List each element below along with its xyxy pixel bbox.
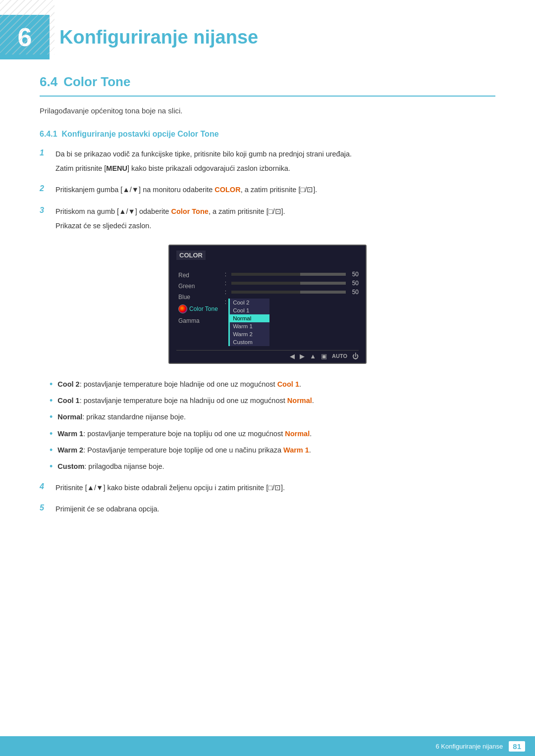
bullet-dot-4: • bbox=[50, 429, 53, 440]
bullet-custom-text: Custom: prilagodba nijanse boje. bbox=[57, 461, 164, 472]
menu-green: Green bbox=[176, 282, 220, 291]
section-number: 6.4 bbox=[40, 74, 57, 90]
bullet-dot-3: • bbox=[50, 412, 53, 423]
slider-blue: : 50 bbox=[225, 289, 359, 296]
option-cool1: Cool 1 bbox=[230, 306, 269, 314]
bullet-dot-2: • bbox=[50, 396, 53, 406]
color-tone-dropdown-row: : Cool 2 Cool 1 Normal Warm 1 Warm 2 Cus… bbox=[225, 299, 359, 346]
option-custom: Custom bbox=[230, 338, 269, 346]
decorative-stripes bbox=[0, 0, 54, 54]
slider-green: : 50 bbox=[225, 280, 359, 287]
section-header: 6.4 Color Tone bbox=[40, 74, 495, 97]
bullet-warm2: • Warm 2: Postavljanje temperature boje … bbox=[50, 445, 495, 456]
icon-left: ◀ bbox=[290, 353, 295, 360]
subsection-title: 6.4.1 Konfiguriranje postavki opcije Col… bbox=[40, 130, 495, 139]
bullet-warm2-text: Warm 2: Postavljanje temperature boje to… bbox=[57, 445, 311, 456]
bullet-dot-6: • bbox=[50, 461, 53, 472]
icon-auto: AUTO bbox=[332, 353, 347, 359]
step-2: 2 Pritiskanjem gumba [▲/▼] na monitoru o… bbox=[40, 184, 495, 199]
step-2-content: Pritiskanjem gumba [▲/▼] na monitoru oda… bbox=[55, 184, 495, 199]
color-tone-icon bbox=[178, 304, 187, 313]
bullet-cool2-text: Cool 2: postavljanje temperature boje hl… bbox=[57, 379, 301, 390]
step-number-1: 1 bbox=[40, 149, 52, 157]
step-number-3: 3 bbox=[40, 206, 52, 215]
bullet-custom: • Custom: prilagodba nijanse boje. bbox=[50, 461, 495, 472]
menu-gamma: Gamma bbox=[176, 316, 220, 325]
color-tone-dropdown: Cool 2 Cool 1 Normal Warm 1 Warm 2 Custo… bbox=[230, 299, 269, 346]
main-content: 6.4 Color Tone Prilagođavanje općenitog … bbox=[0, 74, 535, 564]
option-warm2: Warm 2 bbox=[230, 330, 269, 338]
icon-up: ▲ bbox=[310, 353, 316, 360]
page-header: 6 Konfiguriranje nijanse bbox=[0, 0, 535, 69]
monitor-bottom-bar: ◀ ▶ ▲ ▣ AUTO ⏻ bbox=[176, 350, 359, 360]
intro-text: Prilagođavanje općenitog tona boje na sl… bbox=[40, 106, 495, 115]
step-3-content: Pritiskom na gumb [▲/▼] odaberite Color … bbox=[55, 206, 495, 235]
bullet-dot-1: • bbox=[50, 379, 53, 390]
step-4: 4 Pritisnite [▲/▼] kako biste odabrali ž… bbox=[40, 482, 495, 497]
icon-right: ▶ bbox=[300, 353, 305, 360]
bullet-normal-text: Normal: prikaz standardne nijanse boje. bbox=[57, 411, 186, 423]
monitor-menu: Red Green Blue Color Tone Gamma : 50 bbox=[176, 264, 359, 346]
bullet-dot-5: • bbox=[50, 445, 53, 456]
menu-red: Red bbox=[176, 271, 220, 280]
options-bullet-list: • Cool 2: postavljanje temperature boje … bbox=[50, 379, 495, 472]
menu-right-col: : 50 : 50 : 50 : bbox=[225, 264, 359, 346]
bullet-cool2: • Cool 2: postavljanje temperature boje … bbox=[50, 379, 495, 390]
bullet-warm1-text: Warm 1: postavljanje temperature boje na… bbox=[57, 428, 312, 440]
slider-red: : 50 bbox=[225, 271, 359, 278]
page-footer: 6 Konfiguriranje nijanse 81 bbox=[0, 736, 535, 756]
step-1-content: Da bi se prikazao vodič za funkcijske ti… bbox=[55, 149, 495, 177]
steps-list: 1 Da bi se prikazao vodič za funkcijske … bbox=[40, 149, 495, 235]
option-normal: Normal bbox=[230, 314, 269, 322]
option-warm1: Warm 1 bbox=[230, 322, 269, 330]
menu-color-tone: Color Tone bbox=[176, 303, 220, 314]
bullet-warm1: • Warm 1: postavljanje temperature boje … bbox=[50, 428, 495, 440]
section-title: Color Tone bbox=[63, 74, 130, 90]
step-number-2: 2 bbox=[40, 184, 52, 193]
bullet-cool1: • Cool 1: postavljanje temperature boje … bbox=[50, 395, 495, 406]
footer-page-number: 81 bbox=[509, 741, 525, 752]
option-cool2: Cool 2 bbox=[230, 299, 269, 306]
monitor-header-label: COLOR bbox=[176, 251, 206, 260]
menu-blue: Blue bbox=[176, 293, 220, 302]
steps-cont-list: 4 Pritisnite [▲/▼] kako biste odabrali ž… bbox=[40, 482, 495, 518]
step-4-content: Pritisnite [▲/▼] kako biste odabrali žel… bbox=[55, 482, 495, 497]
step-number-5: 5 bbox=[40, 504, 52, 512]
step-5: 5 Primijenit će se odabrana opcija. bbox=[40, 504, 495, 518]
bullet-normal: • Normal: prikaz standardne nijanse boje… bbox=[50, 411, 495, 423]
chapter-title: Konfiguriranje nijanse bbox=[59, 27, 258, 48]
icon-enter: ▣ bbox=[321, 353, 327, 360]
step-5-content: Primijenit će se odabrana opcija. bbox=[55, 504, 495, 518]
footer-chapter-text: 6 Konfiguriranje nijanse bbox=[435, 743, 503, 750]
icon-power: ⏻ bbox=[352, 353, 359, 360]
step-1: 1 Da bi se prikazao vodič za funkcijske … bbox=[40, 149, 495, 177]
bullet-cool1-text: Cool 1: postavljanje temperature boje na… bbox=[57, 395, 314, 406]
monitor-screenshot: COLOR Red Green Blue Color Tone Gamma : bbox=[168, 245, 367, 364]
menu-left-col: Red Green Blue Color Tone Gamma bbox=[176, 264, 225, 346]
step-3: 3 Pritiskom na gumb [▲/▼] odaberite Colo… bbox=[40, 206, 495, 235]
step-number-4: 4 bbox=[40, 482, 52, 491]
